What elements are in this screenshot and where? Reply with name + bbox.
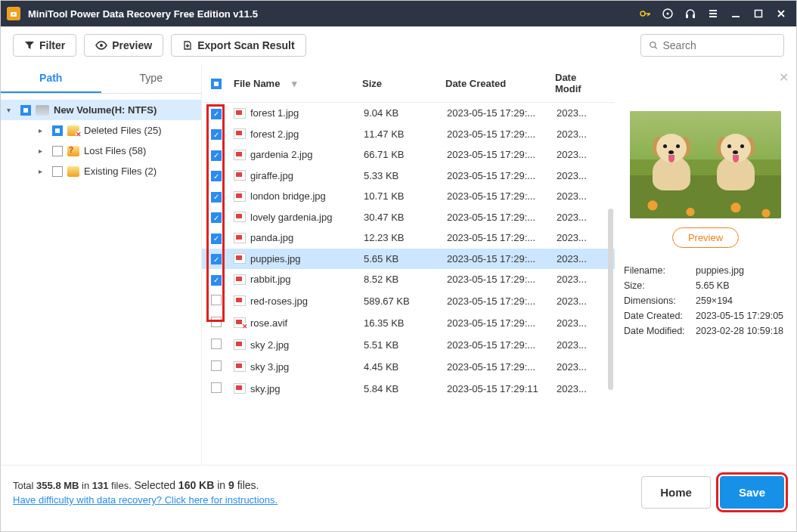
image-file-icon bbox=[234, 191, 246, 202]
file-checkbox[interactable]: ✓ bbox=[211, 254, 222, 264]
file-checkbox[interactable]: ✓ bbox=[211, 192, 222, 203]
headphones-icon[interactable] bbox=[681, 5, 699, 23]
file-name: forest 1.jpg bbox=[250, 107, 364, 119]
file-size: 66.71 KB bbox=[364, 149, 447, 160]
file-name: lovely gardenia.jpg bbox=[250, 212, 364, 223]
home-button[interactable]: Home bbox=[641, 476, 711, 509]
col-size-header[interactable]: Size bbox=[362, 78, 445, 89]
menu-icon[interactable] bbox=[704, 5, 722, 23]
checkbox-select-all[interactable] bbox=[211, 79, 222, 89]
total-size: 355.8 MB bbox=[36, 480, 79, 491]
tree-root[interactable]: ▾ New Volume(H: NTFS) bbox=[1, 100, 201, 120]
file-checkbox[interactable]: ✓ bbox=[211, 171, 222, 181]
eye-icon bbox=[95, 40, 107, 51]
file-modified: 2023... bbox=[557, 253, 602, 264]
file-row[interactable]: ✓forest 1.jpg9.04 KB2023-05-15 17:29:...… bbox=[202, 103, 615, 124]
file-modified: 2023... bbox=[557, 339, 602, 351]
file-checkbox[interactable] bbox=[211, 360, 222, 371]
scrollbar[interactable] bbox=[608, 209, 613, 390]
file-checkbox[interactable]: ✓ bbox=[211, 129, 222, 140]
file-row[interactable]: ✓lovely gardenia.jpg30.47 KB2023-05-15 1… bbox=[202, 207, 615, 228]
file-row[interactable]: ✓gardenia 2.jpg66.71 KB2023-05-15 17:29:… bbox=[202, 144, 615, 165]
meta-filename-val: puppies.jpg bbox=[696, 265, 744, 276]
file-checkbox[interactable]: ✓ bbox=[211, 234, 222, 244]
close-preview-icon[interactable]: ✕ bbox=[779, 70, 789, 85]
file-name: rabbit.jpg bbox=[250, 274, 364, 285]
selected-files: 9 bbox=[228, 479, 234, 491]
file-checkbox[interactable]: ✓ bbox=[211, 275, 222, 286]
checkbox-mixed[interactable] bbox=[20, 105, 31, 116]
file-name: rose.avif bbox=[250, 317, 364, 329]
file-modified: 2023... bbox=[557, 317, 602, 329]
file-row[interactable]: ✓panda.jpg12.23 KB2023-05-15 17:29:...20… bbox=[202, 227, 615, 249]
file-name: london bridge.jpg bbox=[250, 190, 364, 202]
file-row[interactable]: sky 2.jpg5.51 KB2023-05-15 17:29:...2023… bbox=[202, 334, 615, 356]
col-created-header[interactable]: Date Created bbox=[445, 78, 555, 89]
image-file-icon bbox=[234, 233, 246, 243]
file-size: 8.52 KB bbox=[364, 274, 447, 285]
tree-item-existing[interactable]: ▸ Existing Files (2) bbox=[1, 161, 201, 181]
file-checkbox[interactable]: ✓ bbox=[211, 212, 222, 223]
filter-button[interactable]: Filter bbox=[13, 34, 76, 57]
checkbox[interactable] bbox=[52, 166, 63, 177]
file-row[interactable]: sky.jpg5.84 KB2023-05-15 17:29:112023... bbox=[202, 378, 615, 400]
folder-icon bbox=[67, 166, 79, 177]
file-created: 2023-05-15 17:29:... bbox=[447, 253, 557, 264]
file-checkbox[interactable]: ✓ bbox=[211, 150, 222, 161]
file-row[interactable]: ✓rabbit.jpg8.52 KB2023-05-15 17:29:...20… bbox=[202, 269, 615, 290]
tab-path[interactable]: Path bbox=[1, 64, 101, 93]
image-file-icon bbox=[234, 317, 246, 328]
tab-type[interactable]: Type bbox=[101, 64, 202, 93]
preview-open-button[interactable]: Preview bbox=[672, 227, 739, 248]
key-icon[interactable] bbox=[636, 5, 654, 23]
meta-size-key: Size: bbox=[624, 280, 696, 291]
search-input[interactable] bbox=[662, 39, 776, 51]
preview-panel: ✕ Preview Filename:puppies.jpg Size:5.65… bbox=[615, 64, 796, 465]
total-prefix: Total bbox=[13, 480, 36, 491]
checkbox-mixed[interactable] bbox=[52, 125, 63, 136]
file-checkbox[interactable] bbox=[211, 382, 222, 393]
file-name: gardenia 2.jpg bbox=[250, 149, 364, 160]
file-checkbox[interactable] bbox=[211, 339, 222, 349]
tree-item-deleted[interactable]: ▸ Deleted Files (25) bbox=[1, 120, 201, 141]
search-box[interactable] bbox=[640, 34, 784, 57]
maximize-icon[interactable] bbox=[749, 5, 768, 23]
save-button[interactable]: Save bbox=[720, 476, 784, 509]
file-checkbox[interactable]: ✓ bbox=[211, 109, 222, 119]
preview-metadata: Filename:puppies.jpg Size:5.65 KB Dimens… bbox=[624, 263, 787, 339]
disc-icon[interactable] bbox=[659, 5, 677, 23]
file-row[interactable]: ✓london bridge.jpg10.71 KB2023-05-15 17:… bbox=[202, 186, 615, 207]
file-checkbox[interactable] bbox=[211, 317, 222, 327]
drive-icon bbox=[36, 105, 49, 116]
export-label: Export Scan Result bbox=[197, 39, 294, 51]
funnel-icon bbox=[24, 40, 35, 51]
preview-button[interactable]: Preview bbox=[84, 34, 163, 57]
file-row[interactable]: sky 3.jpg4.45 KB2023-05-15 17:29:...2023… bbox=[202, 356, 615, 378]
file-size: 12.23 KB bbox=[364, 232, 447, 243]
image-file-icon bbox=[234, 295, 246, 306]
file-name: forest 2.jpg bbox=[250, 128, 364, 140]
file-checkbox[interactable] bbox=[211, 295, 222, 305]
file-row[interactable]: red-roses.jpg589.67 KB2023-05-15 17:29:.… bbox=[202, 290, 615, 312]
file-created: 2023-05-15 17:29:11 bbox=[447, 383, 557, 394]
meta-filename-key: Filename: bbox=[624, 265, 696, 276]
svg-rect-5 bbox=[686, 14, 688, 18]
help-link[interactable]: Have difficulty with data recovery? Clic… bbox=[13, 494, 278, 506]
tree-item-lost[interactable]: ▸ Lost Files (58) bbox=[1, 141, 201, 161]
file-row[interactable]: ✓giraffe.jpg5.33 KB2023-05-15 17:29:...2… bbox=[202, 165, 615, 187]
image-file-icon bbox=[234, 361, 246, 372]
checkbox[interactable] bbox=[52, 146, 63, 156]
col-modified-header[interactable]: Date Modif bbox=[555, 72, 600, 94]
file-name: giraffe.jpg bbox=[250, 170, 364, 181]
left-panel: Path Type ▾ New Volume(H: NTFS) ▸ Delete… bbox=[1, 64, 202, 465]
col-name-header[interactable]: File Name ▾ bbox=[234, 78, 362, 89]
file-row[interactable]: ✓puppies.jpg5.65 KB2023-05-15 17:29:...2… bbox=[202, 249, 615, 270]
close-icon[interactable] bbox=[772, 5, 790, 23]
chevron-right-icon: ▸ bbox=[39, 147, 48, 155]
file-modified: 2023... bbox=[557, 212, 602, 223]
export-button[interactable]: Export Scan Result bbox=[171, 34, 305, 57]
folder-lost-icon bbox=[67, 146, 79, 156]
file-row[interactable]: ✓forest 2.jpg11.47 KB2023-05-15 17:29:..… bbox=[202, 124, 615, 145]
minimize-icon[interactable] bbox=[727, 5, 745, 23]
file-row[interactable]: rose.avif16.35 KB2023-05-15 17:29:...202… bbox=[202, 312, 615, 334]
